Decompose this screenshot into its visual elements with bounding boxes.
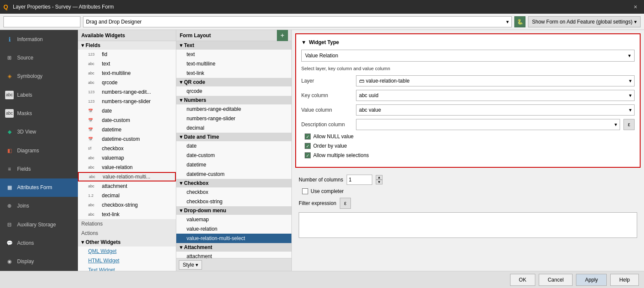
form-layout-item[interactable]: numbers-range-slider	[176, 114, 291, 123]
description-column-select[interactable]: ▾	[356, 119, 620, 130]
form-layout-item[interactable]: date	[176, 141, 291, 151]
sidebar-item-source[interactable]: ⊞ Source	[0, 48, 78, 67]
form-layout-item[interactable]: qrcode	[176, 86, 291, 96]
sidebar-item-attributes-form[interactable]: ▦ Attributes Form	[0, 178, 78, 197]
key-column-select[interactable]: abc uuid ▾	[356, 90, 635, 101]
other-widgets-header[interactable]: ▾ Other Widgets	[78, 238, 176, 246]
right-panel: ▼ Widget Type Value Relation ▾ Select la…	[292, 30, 644, 271]
form-settings-button[interactable]: Show Form on Add Feature (global setting…	[528, 16, 641, 27]
python-button[interactable]: 🐍	[514, 16, 525, 27]
sidebar-item-symbology[interactable]: ◈ Symbology	[0, 67, 78, 86]
form-layout-item[interactable]: checkbox-string	[176, 197, 291, 206]
num-columns-input[interactable]	[347, 175, 372, 185]
spin-up-button[interactable]: ▲	[376, 175, 383, 180]
list-item[interactable]: 123 numbers-range-edit...	[78, 87, 176, 97]
form-layout-item[interactable]: numbers-range-editable	[176, 104, 291, 114]
form-group-checkbox[interactable]: ▾ Checkbox	[176, 179, 291, 187]
form-group-attachment[interactable]: ▾ Attachment	[176, 243, 291, 252]
filter-expression-textarea[interactable]	[299, 212, 637, 238]
list-item[interactable]: abc text-multiline	[78, 68, 176, 78]
list-item[interactable]: abc checkbox-string	[78, 200, 176, 210]
close-button[interactable]: ×	[630, 2, 641, 12]
value-relation-multi-list-item[interactable]: abc value-relation-multi...	[78, 172, 176, 181]
list-item[interactable]: t/f checkbox	[78, 144, 176, 153]
ok-button[interactable]: OK	[510, 274, 535, 286]
allow-null-label: Allow NULL value	[313, 134, 353, 140]
search-input[interactable]	[3, 16, 80, 27]
allow-null-row: ✓ Allow NULL value	[301, 134, 635, 140]
form-group-datetime[interactable]: ▾ Date and Time	[176, 133, 291, 141]
list-item[interactable]: abc text	[78, 59, 176, 68]
filter-expr-button[interactable]: ε	[340, 198, 351, 209]
form-group-numbers[interactable]: ▾ Numbers	[176, 96, 291, 104]
form-layout-item[interactable]: attachment	[176, 252, 291, 258]
sidebar-item-auxiliary-storage[interactable]: ⊟ Auxiliary Storage	[0, 215, 78, 234]
sidebar-item-3dview[interactable]: ◆ 3D View	[0, 123, 78, 141]
text-expand-icon: ▾	[180, 42, 182, 48]
sidebar-item-display[interactable]: ◉ Display	[0, 252, 78, 271]
form-layout-item[interactable]: text	[176, 50, 291, 59]
cancel-button[interactable]: Cancel	[539, 274, 573, 286]
available-widgets-scroll[interactable]: ▾ Fields 123 fid abc text abc text-multi…	[78, 41, 176, 271]
form-layout-header: Form Layout +	[176, 30, 291, 41]
list-item[interactable]: abc attachment	[78, 181, 176, 191]
list-item[interactable]: abc text-link	[78, 210, 176, 219]
sidebar-item-actions[interactable]: 💬 Actions	[0, 234, 78, 252]
sidebar-item-fields[interactable]: ≡ Fields	[0, 160, 78, 178]
sidebar-item-masks[interactable]: abc Masks	[0, 104, 78, 122]
order-by-label: Order by value	[313, 143, 347, 149]
list-item[interactable]: 📅 date	[78, 106, 176, 116]
list-item[interactable]: abc valuemap	[78, 153, 176, 163]
form-layout-item[interactable]: datetime-custom	[176, 169, 291, 179]
layer-select[interactable]: 🗃 value-relation-table ▾	[356, 75, 635, 86]
help-button[interactable]: Help	[610, 274, 639, 286]
layer-label: Layer	[301, 78, 353, 84]
form-group-dropdown[interactable]: ▾ Drop-down menu	[176, 206, 291, 215]
form-group-text[interactable]: ▾ Text	[176, 41, 291, 50]
spin-down-button[interactable]: ▼	[376, 180, 383, 184]
allow-multiple-checkbox[interactable]: ✓	[305, 152, 311, 158]
style-button[interactable]: Style ▾	[179, 260, 202, 270]
sidebar-item-information[interactable]: ℹ Information	[0, 30, 78, 48]
sidebar-item-label: Actions	[17, 240, 34, 246]
form-layout-scroll[interactable]: ▾ Text text text-multiline text-link ▾	[176, 41, 291, 258]
form-layout-item[interactable]: decimal	[176, 123, 291, 133]
list-item[interactable]: 1.2 decimal	[78, 191, 176, 200]
order-by-checkbox[interactable]: ✓	[305, 143, 311, 149]
description-expr-button[interactable]: ε	[623, 119, 635, 130]
form-layout-item[interactable]: value-relation	[176, 224, 291, 234]
list-item[interactable]: 📅 datetime-custom	[78, 134, 176, 144]
list-item[interactable]: 123 fid	[78, 50, 176, 59]
bottom-bar: OK Cancel Apply Help	[0, 271, 644, 288]
sidebar-item-joins[interactable]: ⊕ Joins	[0, 197, 78, 215]
add-group-button[interactable]: +	[277, 30, 288, 41]
list-item[interactable]: Text Widget	[78, 265, 176, 271]
list-item[interactable]: HTML Widget	[78, 256, 176, 265]
list-item[interactable]: QML Widget	[78, 246, 176, 256]
list-item[interactable]: 123 numbers-range-slider	[78, 97, 176, 106]
list-item[interactable]: 📅 date-custom	[78, 116, 176, 125]
form-layout-item[interactable]: checkbox	[176, 187, 291, 197]
value-relation-multi-form-item[interactable]: value-relation-multi-select	[176, 234, 291, 243]
allow-null-checkbox[interactable]: ✓	[305, 134, 311, 140]
use-completer-checkbox[interactable]	[302, 188, 308, 194]
form-group-qrcode[interactable]: ▾ QR code	[176, 78, 291, 86]
apply-button[interactable]: Apply	[576, 274, 607, 286]
filter-expression-row: Filter expression ε	[299, 198, 637, 209]
list-item[interactable]: abc value-relation	[78, 163, 176, 172]
form-layout-item[interactable]: date-custom	[176, 151, 291, 160]
list-item[interactable]: 📅 datetime	[78, 125, 176, 134]
sidebar-item-labels[interactable]: abc Labels	[0, 86, 78, 104]
value-column-select[interactable]: abc value ▾	[356, 104, 635, 116]
fields-group-header[interactable]: ▾ Fields	[78, 41, 176, 50]
sidebar-item-diagrams[interactable]: ◧ Diagrams	[0, 141, 78, 160]
actions-header: Actions	[78, 229, 176, 238]
form-layout-item[interactable]: text-link	[176, 68, 291, 78]
list-item[interactable]: abc qrcode	[78, 78, 176, 87]
widget-type-dropdown[interactable]: Value Relation ▾	[301, 50, 635, 62]
form-layout-item[interactable]: valuemap	[176, 215, 291, 224]
designer-dropdown[interactable]: Drag and Drop Designer ▾	[83, 16, 512, 27]
form-layout-item[interactable]: datetime	[176, 160, 291, 169]
form-layout-item[interactable]: text-multiline	[176, 59, 291, 68]
widget-type-section: ▼ Widget Type Value Relation ▾ Select la…	[295, 33, 641, 168]
